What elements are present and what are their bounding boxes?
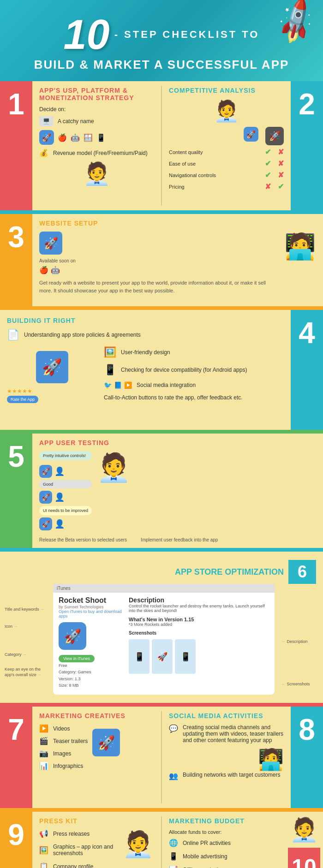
divider-1-2 [0, 210, 323, 214]
person-laptop-icon: 🧑‍💻 [284, 232, 316, 261]
person-icon-1: 🧑‍💼 [83, 161, 111, 186]
step9-number: 9 [2, 816, 30, 853]
film-icon: 🎬 [39, 737, 48, 745]
step4-ufdesign: 🖼️ User-friendly design [104, 346, 284, 358]
step4-left-col: 🚀 ★★★★★ Rate the App [7, 346, 97, 406]
itunes-whats-new: What's New in Version 1.15 [129, 617, 269, 622]
businessperson-icon-9: 🧑‍💼 [122, 830, 154, 858]
step8-container: SOCIAL MEDIA ACTIVITIES 💬 Creating socia… [162, 707, 323, 808]
step4-social-media: 🐦 📘 ▶️ Social media integration [104, 381, 284, 389]
step2-app-avatars: 🚀 🚀 [169, 127, 284, 145]
itunes-left-col: Rocket Shoot by Sumset Technologies Open… [59, 596, 123, 689]
step10-person-megaphone: 🧑‍💼 [285, 812, 323, 848]
steps-9-10-section: 9 PRESS KIT 📢 Press releases 🖼️ Graphics… [0, 812, 323, 868]
step3-content: WEBSITE SETUP 🚀 Available soon on 🍎 🤖 Ge… [32, 214, 323, 306]
label-category: Category → [5, 652, 46, 658]
step4-number: 4 [293, 315, 321, 351]
user-app-icon-1: 🚀 [39, 465, 52, 478]
step3-rocket-icon: 🚀 [39, 232, 62, 255]
itunes-desc-text: Control the rocket launcher and destroy … [129, 604, 269, 613]
presenter-icon: 🧑‍💼 [214, 99, 239, 123]
itunes-desc-title: Description [129, 596, 269, 604]
step9-items-list: 📢 Press releases 🖼️ Graphics – app icon … [39, 829, 118, 868]
step6-title: APP STORE OPTIMIZATION [175, 567, 284, 577]
step4-cta: Call-to-Action buttons to rate the app, … [104, 394, 284, 401]
itunes-open-link[interactable]: Open iTunes to buy and download apps [59, 609, 123, 618]
step7-infographics: 📊 Infographics [39, 761, 88, 770]
step4-number-bar: 4 [291, 310, 323, 430]
mobile-ads-icon: 📱 [169, 852, 178, 861]
step2-number: 2 [293, 86, 321, 123]
itunes-view-btn[interactable]: View in iTunes [59, 655, 95, 662]
chart-icon: 📊 [39, 761, 48, 770]
step1-catchy-name: A catchy name [58, 118, 94, 125]
step4-rate-btn[interactable]: Rate the App [7, 396, 38, 403]
step10-number: 10 [286, 852, 322, 868]
step10-offline: 📝 Offline marketing [169, 865, 278, 868]
comp-row-content: Content quality ✔ ✘ [169, 148, 284, 156]
divider-4-5 [0, 430, 323, 434]
youtube-icon: ▶️ [124, 381, 132, 389]
step7-app-icon-display: 🚀 [92, 724, 120, 761]
step1-number-bar: 1 [0, 81, 32, 210]
step10-number-bar: 10 [288, 848, 320, 868]
itunes-app-name: Rocket Shoot [59, 596, 123, 605]
step1-container: 1 APP'S USP, PLATFORM & MONETIZATION STR… [0, 81, 161, 210]
screenshot-3: 📱 [175, 639, 196, 674]
header-ten: 10 [64, 14, 110, 55]
step7-number: 7 [2, 711, 30, 748]
step3-text-area: 🚀 Available soon on 🍎 🤖 Get ready with a… [39, 232, 277, 294]
apple-icon: 🍎 [58, 133, 67, 142]
check-green-1: ✔ [265, 148, 271, 156]
step7-rocket-icon: 🚀 [92, 729, 120, 756]
step5-feedback: Pretty intuitive controls! 🚀 👤 Good 🚀 👤 … [39, 451, 92, 530]
steps-7-8-section: 7 MARKETING CREATIVES ▶️ Videos 🎬 Teaser… [0, 707, 323, 808]
android-store-icon: 🤖 [51, 266, 60, 274]
comp-row-ease: Ease of use ✔ ✘ [169, 159, 284, 168]
person-tablet-icon: 🧑‍💼 [96, 451, 131, 484]
user-app-icon-2: 🚀 [39, 491, 52, 504]
step9-press-releases: 📢 Press releases [39, 829, 118, 838]
step3-number: 3 [2, 219, 30, 256]
itunes-header: iTunes [53, 584, 275, 593]
step5-bottom-labels: Release the Beta version to selected use… [39, 535, 316, 542]
step9-container: 9 PRESS KIT 📢 Press releases 🖼️ Graphics… [0, 812, 161, 868]
apple-store-icon: 🍎 [39, 266, 48, 274]
windows-icon: 🪟 [84, 133, 93, 142]
step7-content: MARKETING CREATIVES ▶️ Videos 🎬 Teaser t… [32, 707, 161, 808]
people-icon: 👥 [169, 772, 178, 780]
step2-content: COMPETITIVE ANALYSIS 🧑‍💼 🚀 🚀 Content qua… [162, 81, 291, 210]
social-icons-group: 🐦 📘 ▶️ [104, 381, 132, 389]
comp-row-nav: Navigational controls ✔ ✘ [169, 171, 284, 179]
chat-icon: 💬 [169, 724, 178, 733]
label-screenshots: ← Screenshots [281, 682, 318, 687]
step9-content: PRESS KIT 📢 Press releases 🖼️ Graphics –… [32, 812, 161, 868]
step10-container: MARKETING BUDGET Allocate funds to cover… [162, 812, 323, 868]
app-avatar-1: 🚀 [244, 127, 258, 142]
step3-title: WEBSITE SETUP [39, 220, 316, 227]
android-icon: 🤖 [71, 133, 80, 142]
step2-criteria-list: Content quality ✔ ✘ Ease of use ✔ ✘ [169, 148, 284, 191]
step2-number-bar: 2 [291, 81, 323, 210]
step6-header-bar: APP STORE OPTIMIZATION 6 [0, 556, 323, 584]
camera-icon: 📷 [39, 749, 48, 758]
user-icon-2: 👤 [54, 492, 65, 502]
check-red-pricing: ✘ [265, 182, 271, 191]
step10-title: MARKETING BUDGET [169, 817, 278, 825]
image-icon: 🖼️ [104, 346, 116, 358]
check-green-3: ✔ [265, 171, 271, 179]
twitter-icon: 🐦 [104, 381, 112, 389]
step3-store-badges: 🍎 🤖 [39, 266, 277, 274]
itunes-size: Size: 8 MB [59, 682, 123, 689]
step3-person-laptop: 🧑‍💻 [284, 232, 316, 262]
itunes-by: by Sumset Technologies [59, 605, 123, 609]
step5-title: APP USER TESTING [39, 439, 316, 446]
step8-networks: 👥 Building networks with target customer… [169, 772, 284, 780]
check-red-3: ✘ [278, 171, 284, 179]
check-red-1: ✘ [278, 148, 284, 156]
header: 10 - STEP CHECKLIST TO 🚀 BUILD & MARKET … [0, 0, 323, 81]
step4-content: BUILDING IT RIGHT 📄 Understanding app st… [0, 310, 291, 430]
step4-stars: ★★★★★ [7, 388, 97, 394]
step4-policies: 📄 Understanding app store policies & agr… [7, 329, 284, 341]
bubble-3: UI needs to be improved [39, 506, 92, 515]
